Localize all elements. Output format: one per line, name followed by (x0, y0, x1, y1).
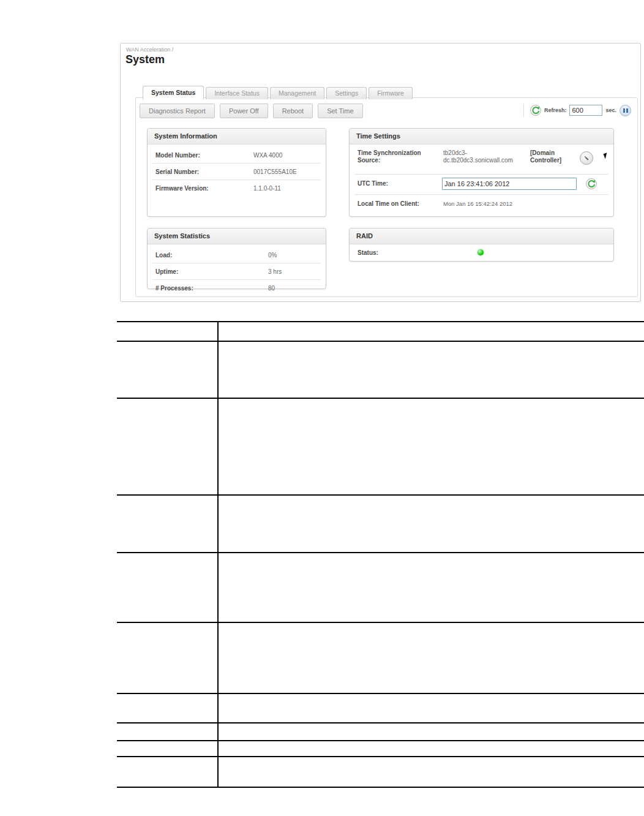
pencil-icon (583, 154, 590, 162)
table-row (117, 399, 644, 496)
utc-time-row: UTC Time: (354, 175, 608, 195)
load-label: Load: (152, 252, 268, 259)
diagnostics-report-button[interactable]: Diagnostics Report (140, 104, 215, 118)
system-information-panel: System Information Model Number: WXA 400… (147, 128, 326, 217)
time-settings-panel: Time Settings Time Synchronization Sourc… (349, 128, 614, 217)
raid-status-row: Status: (354, 244, 608, 262)
load-value: 0% (268, 252, 277, 259)
tab-management[interactable]: Management (270, 87, 324, 99)
document-page: WAN Acceleration / System System StatusI… (0, 0, 644, 816)
table-row (117, 322, 644, 342)
table-row (117, 741, 644, 757)
table-cell-left (117, 399, 219, 494)
tab-bar: System StatusInterface StatusManagementS… (143, 86, 414, 98)
mouse-cursor-icon (604, 153, 609, 159)
time-sync-role-value: [Domain Controller] (530, 149, 561, 164)
refresh-icon[interactable] (530, 105, 541, 116)
table-row (117, 757, 644, 788)
table-cell-left (117, 553, 219, 622)
tab-interface-status[interactable]: Interface Status (206, 87, 268, 99)
local-time-row: Local Time on Client: Mon Jan 16 15:42:2… (354, 195, 608, 213)
system-statistics-panel: System Statistics Load: 0% Uptime: 3 hrs… (147, 228, 326, 289)
uptime-value: 3 hrs (268, 268, 282, 275)
table-row (117, 553, 644, 623)
time-sync-source-label: Time Synchronization Source: (358, 149, 421, 164)
table-row: Uptime: 3 hrs (152, 263, 321, 280)
doc-table (117, 321, 644, 788)
table-row: Model Number: WXA 4000 (152, 147, 321, 164)
panel-title: RAID (350, 229, 613, 244)
page-title: System (125, 53, 165, 66)
table-cell-left (117, 342, 219, 398)
table-row (117, 496, 644, 553)
set-time-button[interactable]: Set Time (318, 104, 362, 118)
table-row (117, 342, 644, 399)
model-number-value: WXA 4000 (253, 152, 282, 159)
serial-number-label: Serial Number: (152, 168, 253, 175)
toolbar-divider (523, 104, 524, 117)
model-number-label: Model Number: (152, 152, 253, 159)
table-cell-left (117, 723, 219, 740)
time-sync-row: Time Synchronization Source: tb20dc3- dc… (354, 145, 608, 175)
table-cell-left (117, 694, 219, 722)
sync-time-refresh-icon[interactable] (586, 178, 597, 189)
serial-number-value: 0017C555A10E (253, 168, 297, 175)
table-cell-left (117, 322, 219, 341)
refresh-label: Refresh: (544, 107, 567, 113)
panel-title: System Information (148, 129, 326, 145)
breadcrumb[interactable]: WAN Acceleration / (126, 47, 173, 53)
table-row (117, 694, 644, 723)
table-row: Serial Number: 0017C555A10E (152, 164, 321, 180)
panel-title: System Statistics (148, 229, 326, 244)
refresh-unit-label: sec. (605, 107, 616, 113)
refresh-controls: Refresh: sec. (523, 104, 631, 117)
processes-value: 80 (268, 285, 275, 292)
raid-status-led-icon (477, 249, 484, 255)
utc-time-label: UTC Time: (358, 180, 388, 187)
table-cell-left (117, 496, 219, 552)
power-off-button[interactable]: Power Off (220, 104, 268, 118)
table-row (117, 623, 644, 694)
table-row: Load: 0% (152, 247, 321, 263)
table-row (117, 723, 644, 741)
utc-time-input[interactable] (442, 178, 577, 190)
tab-settings[interactable]: Settings (326, 87, 367, 99)
processes-label: # Processes: (152, 285, 268, 292)
tab-system-status[interactable]: System Status (143, 86, 204, 99)
table-row: Firmware Version: 1.1.0-0-11 (152, 180, 321, 196)
reboot-button[interactable]: Reboot (273, 104, 313, 118)
firmware-version-value: 1.1.0-0-11 (253, 185, 281, 192)
tab-firmware[interactable]: Firmware (369, 87, 413, 99)
raid-panel: RAID Status: (349, 228, 614, 262)
firmware-version-label: Firmware Version: (152, 185, 253, 192)
table-cell-left (117, 623, 219, 693)
panel-title: Time Settings (350, 129, 613, 145)
table-cell-left (117, 741, 219, 756)
table-row: # Processes: 80 (152, 280, 321, 296)
tab-content: Diagnostics Report Power Off Reboot Set … (135, 97, 638, 297)
refresh-interval-input[interactable] (569, 105, 602, 116)
time-sync-source-value: tb20dc3- dc.tb20dc3.sonicwall.com (443, 149, 513, 164)
edit-time-source-button[interactable] (580, 151, 593, 165)
local-time-value: Mon Jan 16 15:42:24 2012 (443, 200, 512, 207)
uptime-label: Uptime: (152, 268, 268, 275)
wan-acceleration-system-screenshot: WAN Acceleration / System System StatusI… (120, 43, 641, 302)
toolbar: Diagnostics Report Power Off Reboot Set … (140, 104, 363, 118)
local-time-label: Local Time on Client: (358, 200, 419, 207)
raid-status-label: Status: (358, 249, 378, 256)
table-cell-left (117, 757, 219, 787)
pause-refresh-button[interactable] (620, 105, 631, 116)
